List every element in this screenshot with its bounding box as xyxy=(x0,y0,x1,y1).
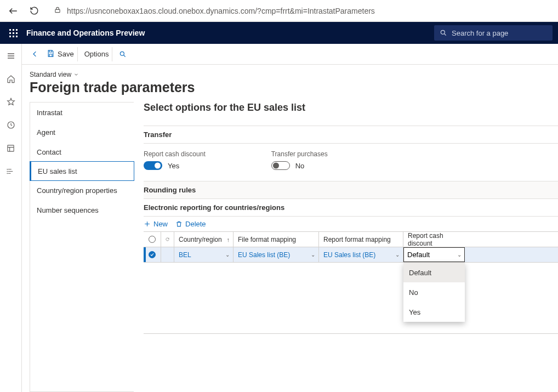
cmd-search-icon[interactable] xyxy=(116,47,130,61)
dropdown-option-default[interactable]: Default xyxy=(403,263,465,282)
svg-rect-5 xyxy=(13,32,14,34)
er-grid: Country/region ↑ File format mapping Rep… xyxy=(144,231,558,334)
browser-url-text: https://usnconeboxax1aos.cloud.onebox.dy… xyxy=(67,7,375,15)
section-rounding-rules[interactable]: Rounding rules xyxy=(144,181,558,199)
svg-rect-0 xyxy=(55,9,60,12)
section-electronic-reporting[interactable]: Electronic reporting for countries/regio… xyxy=(144,199,558,217)
col-refresh[interactable] xyxy=(161,232,174,247)
tab-number-sequences[interactable]: Number sequences xyxy=(30,200,134,220)
tab-eu-sales-list[interactable]: EU sales list xyxy=(30,161,134,181)
browser-refresh-button[interactable] xyxy=(26,3,42,19)
view-selector[interactable]: Standard view xyxy=(30,71,79,78)
svg-rect-2 xyxy=(13,29,14,31)
svg-point-15 xyxy=(7,173,8,173)
report-cash-discount-toggle[interactable] xyxy=(144,161,162,170)
report-cash-discount-value: Yes xyxy=(168,162,179,170)
browser-chrome: https://usnconeboxax1aos.cloud.onebox.dy… xyxy=(0,0,558,22)
refresh-icon xyxy=(166,236,169,243)
discount-input[interactable] xyxy=(403,247,465,262)
app-header: Finance and Operations Preview Search fo… xyxy=(0,22,558,44)
options-label: Options xyxy=(84,50,109,58)
save-label: Save xyxy=(58,50,74,58)
chevron-down-icon: ⌄ xyxy=(395,252,400,258)
panel-title: Select options for the EU sales list xyxy=(144,102,558,113)
hamburger-icon[interactable] xyxy=(3,48,19,64)
tab-agent[interactable]: Agent xyxy=(30,122,134,142)
app-title: Finance and Operations Preview xyxy=(26,29,434,37)
svg-rect-7 xyxy=(9,36,11,37)
chevron-down-icon: ⌄ xyxy=(311,252,315,258)
page-title: Foreign trade parameters xyxy=(30,79,550,95)
row-select[interactable] xyxy=(144,247,161,262)
svg-rect-8 xyxy=(13,36,14,37)
command-bar: Save Options xyxy=(22,44,558,65)
grid-body-blank xyxy=(144,263,558,334)
favorites-icon[interactable] xyxy=(3,94,19,110)
grid-toolbar: New Delete xyxy=(144,217,558,231)
delete-label: Delete xyxy=(185,220,206,228)
nav-rail xyxy=(0,44,22,392)
save-button[interactable]: Save xyxy=(43,47,78,61)
sort-asc-icon: ↑ xyxy=(227,236,230,243)
svg-rect-1 xyxy=(9,29,11,31)
dropdown-option-no[interactable]: No xyxy=(403,282,465,302)
search-icon xyxy=(440,29,447,37)
svg-rect-9 xyxy=(16,36,18,37)
browser-address-bar[interactable]: https://usnconeboxax1aos.cloud.onebox.dy… xyxy=(48,6,554,15)
search-placeholder: Search for a page xyxy=(452,29,508,37)
col-file-format-mapping[interactable]: File format mapping xyxy=(234,232,319,247)
plus-icon xyxy=(144,220,151,228)
row-spacer xyxy=(161,247,174,262)
svg-point-14 xyxy=(7,171,8,172)
svg-rect-6 xyxy=(16,32,18,34)
tab-intrastat[interactable]: Intrastat xyxy=(30,103,134,122)
col-select[interactable] xyxy=(144,232,161,247)
svg-rect-3 xyxy=(16,29,18,31)
back-button[interactable] xyxy=(27,47,40,61)
col-report-cash-discount[interactable]: Report cash discount xyxy=(403,232,465,247)
modules-icon[interactable] xyxy=(3,163,19,179)
options-button[interactable]: Options xyxy=(81,47,113,61)
browser-back-button[interactable] xyxy=(4,3,20,19)
cell-country[interactable]: BEL⌄ xyxy=(174,247,234,262)
svg-point-10 xyxy=(441,30,445,34)
section-transfer[interactable]: Transfer xyxy=(144,126,558,144)
discount-dropdown: Default No Yes xyxy=(403,263,465,322)
lock-icon xyxy=(54,6,61,15)
workspaces-icon[interactable] xyxy=(3,140,19,156)
new-button[interactable]: New xyxy=(144,220,168,228)
transfer-purchases-label: Transfer purchases xyxy=(271,150,328,158)
report-cash-discount-label: Report cash discount xyxy=(144,150,206,158)
tab-country-region-properties[interactable]: Country/region properties xyxy=(30,180,134,200)
save-icon xyxy=(47,49,55,59)
delete-button[interactable]: Delete xyxy=(175,220,206,228)
recent-icon[interactable] xyxy=(3,117,19,133)
app-launcher-icon[interactable] xyxy=(5,25,21,41)
chevron-down-icon: ⌄ xyxy=(225,252,230,258)
grid-row[interactable]: BEL⌄ EU Sales list (BE)⌄ EU Sales list (… xyxy=(144,247,558,263)
col-country-region[interactable]: Country/region ↑ xyxy=(174,232,234,247)
svg-rect-12 xyxy=(8,145,14,151)
view-label: Standard view xyxy=(30,71,71,78)
global-search[interactable]: Search for a page xyxy=(434,25,553,41)
cell-report-format[interactable]: EU Sales list (BE)⌄ xyxy=(319,247,403,262)
cell-report-cash-discount[interactable]: ⌄ Default No Yes xyxy=(403,247,465,262)
transfer-purchases-toggle[interactable] xyxy=(271,161,290,170)
detail-panel: Select options for the EU sales list Tra… xyxy=(134,102,558,392)
trash-icon xyxy=(175,220,183,228)
svg-point-13 xyxy=(7,169,8,169)
tab-contact[interactable]: Contact xyxy=(30,142,134,162)
svg-rect-4 xyxy=(9,32,11,34)
new-label: New xyxy=(153,220,168,228)
transfer-purchases-value: No xyxy=(295,162,305,170)
dropdown-option-yes[interactable]: Yes xyxy=(403,302,465,322)
svg-point-16 xyxy=(121,52,124,55)
check-icon xyxy=(149,251,156,258)
grid-header: Country/region ↑ File format mapping Rep… xyxy=(144,232,558,247)
page-header: Standard view Foreign trade parameters xyxy=(22,65,558,95)
home-icon[interactable] xyxy=(3,71,19,87)
chevron-down-icon xyxy=(73,72,79,77)
cell-file-format[interactable]: EU Sales list (BE)⌄ xyxy=(234,247,319,262)
col-report-format-mapping[interactable]: Report format mapping xyxy=(319,232,403,247)
left-tabs: Intrastat Agent Contact EU sales list Co… xyxy=(30,102,134,392)
